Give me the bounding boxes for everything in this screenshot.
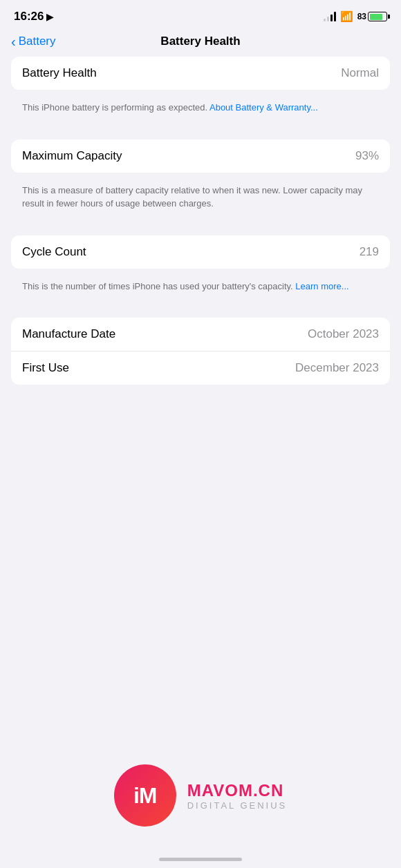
battery-indicator: 83 [357, 12, 387, 21]
battery-health-section: Battery Health Normal This iPhone batter… [11, 57, 390, 126]
status-time: 16:26 ▶ [14, 10, 53, 23]
battery-fill [370, 14, 383, 20]
manufacture-card: Manufacture Date October 2023 First Use … [11, 318, 390, 385]
nav-bar: ‹ Battery Battery Health [0, 29, 401, 57]
status-icons: 📶 83 [324, 10, 387, 23]
back-button[interactable]: ‹ Battery [11, 35, 56, 48]
home-indicator [159, 858, 242, 861]
back-chevron-icon: ‹ [11, 35, 16, 48]
maximum-capacity-description: This is a measure of battery capacity re… [11, 178, 390, 222]
cycle-count-card: Cycle Count 219 [11, 235, 390, 269]
watermark-logo-text: iM [133, 783, 157, 809]
manufacture-section: Manufacture Date October 2023 First Use … [11, 318, 390, 385]
battery-health-value: Normal [341, 66, 379, 80]
location-icon: ▶ [46, 12, 53, 22]
battery-warranty-link[interactable]: About Battery & Warranty... [209, 102, 318, 113]
cycle-count-row: Cycle Count 219 [11, 235, 390, 269]
learn-more-link[interactable]: Learn more... [295, 281, 348, 291]
maximum-capacity-section: Maximum Capacity 93% This is a measure o… [11, 139, 390, 222]
battery-health-row: Battery Health Normal [11, 57, 390, 90]
cycle-count-value: 219 [360, 245, 379, 259]
back-label: Battery [19, 35, 56, 48]
cycle-count-label: Cycle Count [22, 245, 86, 259]
first-use-label: First Use [22, 361, 69, 375]
maximum-capacity-card: Maximum Capacity 93% [11, 139, 390, 173]
watermark: iM MAVOM.CN DIGITAL GENIUS [0, 764, 401, 827]
content-area: Battery Health Normal This iPhone batter… [0, 57, 401, 385]
watermark-subtitle: DIGITAL GENIUS [187, 800, 288, 811]
status-bar: 16:26 ▶ 📶 83 [0, 0, 401, 29]
watermark-text-block: MAVOM.CN DIGITAL GENIUS [187, 781, 288, 811]
cycle-count-description: This is the number of times iPhone has u… [11, 274, 390, 305]
cycle-count-section: Cycle Count 219 This is the number of ti… [11, 235, 390, 305]
manufacture-date-value: October 2023 [308, 327, 379, 341]
page-title: Battery Health [160, 35, 240, 48]
battery-box [368, 12, 387, 21]
watermark-domain: MAVOM.CN [187, 781, 288, 800]
maximum-capacity-row: Maximum Capacity 93% [11, 139, 390, 173]
first-use-row: First Use December 2023 [11, 351, 390, 385]
battery-percent: 83 [357, 12, 366, 21]
battery-health-description: This iPhone battery is performing as exp… [11, 95, 390, 126]
watermark-logo: iM [114, 764, 176, 827]
manufacture-date-row: Manufacture Date October 2023 [11, 318, 390, 351]
maximum-capacity-label: Maximum Capacity [22, 149, 122, 163]
maximum-capacity-value: 93% [355, 149, 379, 163]
time-display: 16:26 [14, 10, 44, 23]
battery-health-label: Battery Health [22, 66, 97, 80]
first-use-value: December 2023 [295, 361, 379, 375]
manufacture-date-label: Manufacture Date [22, 327, 115, 341]
battery-health-card: Battery Health Normal [11, 57, 390, 90]
signal-strength-icon [324, 12, 336, 21]
wifi-icon: 📶 [340, 10, 353, 23]
